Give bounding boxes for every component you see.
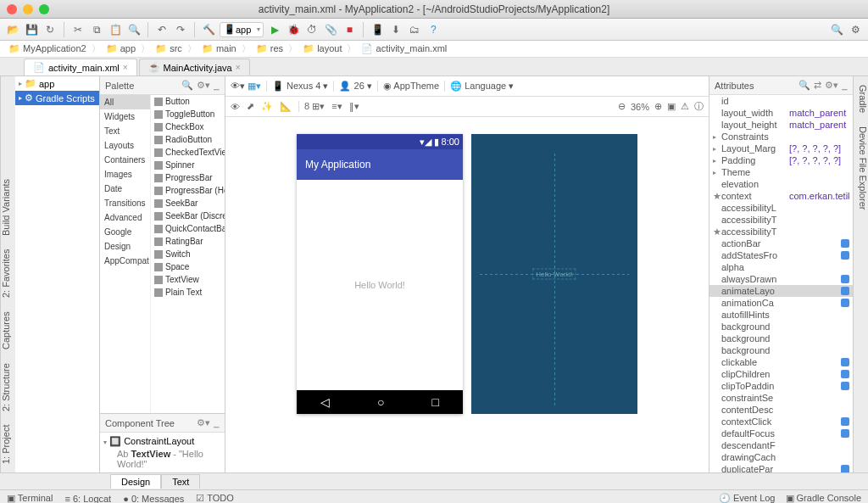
attribute-row[interactable]: contentDesc <box>709 404 853 416</box>
bottom-gradle-console[interactable]: ▣ Gradle Console <box>786 493 862 503</box>
eye-icon[interactable]: 👁▾ <box>231 81 245 92</box>
attribute-row[interactable]: layout_heightmatch_parent <box>709 119 853 131</box>
search-everywhere-icon[interactable]: 🔍 <box>829 22 844 37</box>
zoom-window-button[interactable] <box>39 4 49 14</box>
palette-item[interactable]: SeekBar (Discret <box>151 210 225 222</box>
find-icon[interactable]: 🔍 <box>126 22 142 37</box>
file-tab[interactable]: ☕MainActivity.java× <box>139 59 250 75</box>
paste-icon[interactable]: 📋 <box>108 22 123 37</box>
palette-category[interactable]: Text <box>100 124 150 138</box>
attribute-row[interactable]: drawingCach <box>709 451 853 463</box>
palette-category[interactable]: Layouts <box>100 138 150 153</box>
run-icon[interactable]: ▶ <box>267 22 282 37</box>
tool-gradle[interactable]: Gradle <box>854 81 868 116</box>
attribute-row[interactable]: background <box>709 321 853 333</box>
close-tab-icon[interactable]: × <box>236 63 241 72</box>
blueprint-label[interactable]: Hello World! <box>532 269 576 280</box>
attributes-list[interactable]: idlayout_widthmatch_parentlayout_heightm… <box>709 95 853 472</box>
palette-category[interactable]: Design <box>100 239 150 254</box>
attribute-row[interactable]: ▸Constraints <box>709 131 853 143</box>
close-window-button[interactable] <box>7 4 17 14</box>
run-config-combo[interactable]: 📱 app <box>220 22 264 37</box>
palette-item[interactable]: Spinner <box>151 159 225 171</box>
attribute-row[interactable]: autofillHints <box>709 309 853 321</box>
breadcrumb-item[interactable]: 📄 activity_main.xml <box>358 43 450 54</box>
attribute-row[interactable]: ★accessibilityT <box>709 226 853 238</box>
text-tab[interactable]: Text <box>161 474 200 489</box>
palette-items[interactable]: ButtonToggleButtonCheckBoxRadioButtonChe… <box>151 95 225 413</box>
breadcrumb-item[interactable]: 📁 main <box>198 43 240 54</box>
attribute-row[interactable]: animationCa <box>709 297 853 309</box>
breadcrumb-item[interactable]: 📁 app <box>103 43 139 54</box>
palette-category[interactable]: Date <box>100 182 150 196</box>
collapse-icon[interactable]: ⎯ <box>214 80 220 91</box>
project-tree[interactable]: ▸📁app ▸⚙Gradle Scripts <box>15 76 100 472</box>
attribute-row[interactable]: alpha <box>709 261 853 273</box>
palette-item[interactable]: Button <box>151 95 225 108</box>
tool-device-explorer[interactable]: Device File Explorer <box>854 123 868 213</box>
stop-icon[interactable]: ■ <box>342 22 357 37</box>
palette-item[interactable]: Plain Text <box>151 286 225 299</box>
tool-project[interactable]: 1: Project <box>1 422 15 467</box>
filter-icon[interactable]: ⇄ <box>814 80 821 91</box>
orientation-icon[interactable]: ▦▾ <box>248 81 261 92</box>
palette-item[interactable]: CheckedTextView <box>151 146 225 159</box>
redo-icon[interactable]: ↷ <box>173 22 188 37</box>
tool-favorites[interactable]: 2: Favorites <box>1 246 15 301</box>
settings-icon[interactable]: ⓘ <box>694 100 704 113</box>
bottom-todo[interactable]: ☑ TODO <box>196 493 233 503</box>
pan-icon[interactable]: 👁 <box>231 102 240 112</box>
breadcrumb-item[interactable]: 📁 src <box>152 43 186 54</box>
design-tab[interactable]: Design <box>110 474 161 489</box>
minimize-window-button[interactable] <box>23 4 33 14</box>
palette-item[interactable]: ProgressBar (Ho <box>151 184 225 197</box>
palette-item[interactable]: Space <box>151 260 225 273</box>
sync-icon[interactable]: ↻ <box>42 22 58 37</box>
tree-row[interactable]: ▾ 🔲 ConstraintLayout <box>103 435 221 448</box>
attribute-row[interactable]: ▸Padding[?, ?, ?, ?, ?] <box>709 154 853 166</box>
collapse-icon[interactable]: ⎯ <box>214 417 220 428</box>
language-combo[interactable]: 🌐 Language ▾ <box>450 81 514 92</box>
palette-item[interactable]: RadioButton <box>151 133 225 146</box>
settings-toolbar-icon[interactable]: ⚙ <box>848 22 863 37</box>
file-tab-active[interactable]: 📄activity_main.xml× <box>24 59 137 75</box>
palette-category[interactable]: Transitions <box>100 196 150 210</box>
device-combo[interactable]: 📱 Nexus 4 ▾ <box>272 81 328 92</box>
tree-row[interactable]: Ab TextView - "Hello World!" <box>103 448 221 470</box>
attribute-row[interactable]: ★contextcom.erkan.tetik.m <box>709 190 853 202</box>
attribute-row[interactable]: layout_widthmatch_parent <box>709 107 853 119</box>
palette-item[interactable]: CheckBox <box>151 120 225 133</box>
select-icon[interactable]: ⬈ <box>247 101 254 112</box>
attach-icon[interactable]: 📎 <box>323 22 338 37</box>
blueprint-preview[interactable]: Hello World! <box>471 134 637 414</box>
sdk-icon[interactable]: ⬇ <box>388 22 403 37</box>
palette-item[interactable]: QuickContactBa <box>151 222 225 235</box>
breadcrumb-item[interactable]: 📁 MyApplication2 <box>5 43 90 54</box>
open-icon[interactable]: 📂 <box>5 22 20 37</box>
attribute-row[interactable]: elevation <box>709 178 853 190</box>
design-canvas[interactable]: ▾◢▮8:00 My Application Hello World! ◁○□ … <box>225 117 709 472</box>
palette-category[interactable]: Advanced <box>100 210 150 225</box>
attribute-row[interactable]: actionBar <box>709 238 853 249</box>
infer-icon[interactable]: 📐 <box>280 101 292 112</box>
api-combo[interactable]: 👤 26 ▾ <box>339 81 371 92</box>
avd-icon[interactable]: 📱 <box>370 22 385 37</box>
theme-combo[interactable]: ◉ AppTheme <box>383 81 439 92</box>
close-tab-icon[interactable]: × <box>123 63 128 72</box>
attribute-row[interactable]: accessibilityT <box>709 214 853 226</box>
make-icon[interactable]: 🔨 <box>201 22 216 37</box>
gear-icon[interactable]: ⚙▾ <box>825 80 838 91</box>
attribute-row[interactable]: constraintSe <box>709 392 853 404</box>
tool-structure[interactable]: 2: Structure <box>1 360 15 415</box>
attribute-row[interactable]: animateLayo <box>709 285 853 297</box>
design-preview[interactable]: ▾◢▮8:00 My Application Hello World! ◁○□ <box>297 134 463 414</box>
breadcrumb-item[interactable]: 📁 layout <box>299 43 345 54</box>
bottom-logcat[interactable]: ≡ 6: Logcat <box>64 494 111 504</box>
palette-item[interactable]: SeekBar <box>151 197 225 210</box>
structure-icon[interactable]: 🗂 <box>407 22 422 37</box>
gear-icon[interactable]: ⚙▾ <box>197 80 210 91</box>
breadcrumb-item[interactable]: 📁 res <box>253 43 287 54</box>
collapse-icon[interactable]: ⎯ <box>842 80 848 91</box>
palette-item[interactable]: TextView <box>151 273 225 286</box>
margin-input[interactable]: 8 ⊞▾ <box>298 101 325 112</box>
